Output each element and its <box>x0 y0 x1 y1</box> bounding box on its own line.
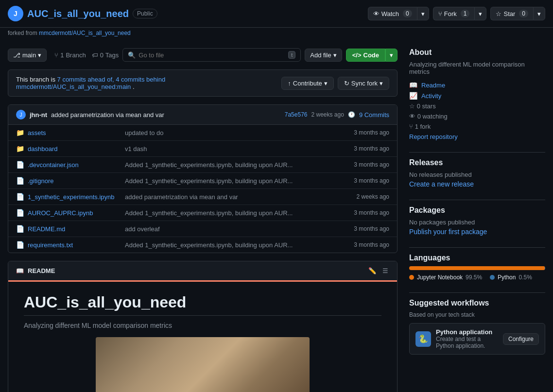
contribute-chevron-icon: ▾ <box>324 80 328 87</box>
commit-hash-link[interactable]: 7a5e576 <box>285 111 308 118</box>
fork-button-group: ⑂ Fork 1 ▾ <box>433 7 487 20</box>
no-packages-text: No packages published <box>409 219 545 226</box>
code-icon: </> <box>352 51 362 59</box>
contribute-button[interactable]: ↑ Contribute ▾ <box>281 77 333 90</box>
about-description: Analyzing different ML model comparison … <box>409 61 545 75</box>
table-row: 📄 AUROC_AUPRC.ipynb Added 1_synthetic_ex… <box>8 205 397 221</box>
visibility-badge: Public <box>133 9 157 18</box>
releases-section: Releases No releases published Create a … <box>409 158 545 188</box>
python-dot <box>490 275 495 280</box>
keyboard-shortcut: t <box>288 51 295 59</box>
create-release-link[interactable]: Create a new release <box>409 180 474 188</box>
fork-source-link[interactable]: mmcdermott/AUC_is_all_you_need <box>39 30 131 36</box>
star-icon: ☆ <box>496 10 501 17</box>
file-name-link[interactable]: assets <box>28 129 125 136</box>
readme-title: 📖 README <box>16 267 55 274</box>
readme-image <box>96 337 310 392</box>
file-name-link[interactable]: AUROC_AUPRC.ipynb <box>28 209 125 217</box>
edit-readme-button[interactable]: ✏️ <box>367 266 378 275</box>
file-icon: 📄 <box>16 225 24 233</box>
workflow-name: Python application <box>436 328 498 336</box>
add-file-chevron-icon: ▾ <box>333 51 337 59</box>
history-icon: 🕐 <box>348 111 355 118</box>
file-date: 3 months ago <box>354 225 389 232</box>
file-name-link[interactable]: .gitignore <box>28 177 125 185</box>
branch-count-icon: ⑂ <box>54 51 58 59</box>
jupyter-bar-segment <box>409 266 545 270</box>
commits-ahead-link[interactable]: 7 commits ahead of, <box>57 76 114 83</box>
readme-description: Analyzing different ML model comparison … <box>24 322 381 329</box>
packages-section: Packages No packages published Publish y… <box>409 206 545 236</box>
star-button[interactable]: ☆ Star 0 <box>490 7 533 20</box>
commits-count-link[interactable]: 9 Commits <box>359 111 389 119</box>
languages-section: Languages Jupyter Notebook 99.5% Python … <box>409 254 545 281</box>
branch-notice: This branch is 7 commits ahead of, 4 com… <box>8 69 397 97</box>
content-area: ⎇ main ▾ ⑂ 1 Branch 🏷 0 Tags 🔍 t <box>8 48 397 392</box>
repo-title-area: J AUC_is_all_you_need Public <box>8 6 157 21</box>
eye-icon: 👁 <box>373 10 380 17</box>
branch-count-item[interactable]: ⑂ 1 Branch <box>54 51 86 59</box>
python-bar-segment <box>545 266 545 270</box>
activity-link[interactable]: 📈 Activity <box>409 92 545 100</box>
file-commit: Added 1_synthetic_experiments.ipynb, bui… <box>125 241 354 249</box>
readme-header: 📖 README ✏️ ☰ <box>8 261 397 282</box>
code-button[interactable]: </> Code <box>346 49 385 62</box>
commit-header: J jhn-nt added parametrization via mean … <box>8 105 397 125</box>
base-ref-link[interactable]: mmcdermott/AUC_is_all_you_need:main <box>16 83 131 90</box>
workflows-subtitle: Based on your tech stack <box>409 311 545 318</box>
search-input[interactable] <box>138 51 285 59</box>
repo-name-link[interactable]: AUC_is_all_you_need <box>27 8 129 19</box>
fork-button[interactable]: ⑂ Fork 1 <box>433 7 475 20</box>
fork-count: 1 <box>461 10 470 17</box>
branch-notice-actions: ↑ Contribute ▾ ↻ Sync fork ▾ <box>281 77 389 90</box>
readme-body: AUC_is_all_you_need Analyzing different … <box>8 282 397 392</box>
jupyter-percent: 99.5% <box>466 274 482 281</box>
table-row: 📁 assets updated to do 3 months ago <box>8 125 397 141</box>
sync-icon: ↻ <box>344 80 349 87</box>
report-repository-link[interactable]: Report repository <box>409 133 545 140</box>
watching-stat: 👁 0 watching <box>409 113 545 120</box>
releases-title: Releases <box>409 158 545 167</box>
readme-actions: ✏️ ☰ <box>367 266 389 275</box>
about-links: 📖 Readme 📈 Activity ☆ 0 stars 👁 0 watchi… <box>409 81 545 140</box>
fork-dropdown-button[interactable]: ▾ <box>474 7 486 20</box>
stars-stat: ☆ 0 stars <box>409 102 545 110</box>
file-name-link[interactable]: .devcontainer.json <box>28 161 125 169</box>
book-icon: 📖 <box>409 81 417 89</box>
code-dropdown-button[interactable]: ▾ <box>385 49 397 62</box>
language-item: Jupyter Notebook 99.5% <box>409 274 482 281</box>
watch-dropdown-button[interactable]: ▾ <box>417 7 429 20</box>
branch-selector[interactable]: ⎇ main ▾ <box>8 49 47 62</box>
avatar: J <box>8 6 23 21</box>
file-commit: add overleaf <box>125 225 354 233</box>
tag-count-item[interactable]: 🏷 0 Tags <box>92 51 119 59</box>
language-list: Jupyter Notebook 99.5% Python 0.5% <box>409 274 545 281</box>
file-commit: Added 1_synthetic_experiments.ipynb, bui… <box>125 209 354 217</box>
table-row: 📄 requirements.txt Added 1_synthetic_exp… <box>8 237 397 253</box>
file-icon: 📄 <box>16 209 24 217</box>
workflow-configure-button[interactable]: Configure <box>503 333 539 345</box>
file-name-link[interactable]: 1_synthetic_experiments.ipynb <box>28 193 125 201</box>
about-title: About <box>409 48 545 57</box>
publish-package-link[interactable]: Publish your first package <box>409 228 487 236</box>
file-name-link[interactable]: dashboard <box>28 145 125 153</box>
raw-readme-button[interactable]: ☰ <box>381 266 389 275</box>
commit-time: 2 weeks ago <box>311 111 344 118</box>
sync-fork-button[interactable]: ↻ Sync fork ▾ <box>338 77 389 90</box>
file-name-link[interactable]: requirements.txt <box>28 241 125 249</box>
file-name-link[interactable]: README.md <box>28 225 125 233</box>
no-releases-text: No releases published <box>409 171 545 178</box>
commit-author: J jhn-nt added parametrization via mean … <box>16 110 164 119</box>
file-commit: updated to do <box>125 129 354 136</box>
star-dropdown-button[interactable]: ▾ <box>533 7 545 20</box>
table-row: 📄 .devcontainer.json Added 1_synthetic_e… <box>8 157 397 173</box>
commits-behind-link[interactable]: 4 commits behind <box>116 76 165 83</box>
readme-link[interactable]: 📖 Readme <box>409 81 545 89</box>
add-file-button[interactable]: Add file ▾ <box>305 49 342 62</box>
commit-message: added parametrization via mean and var <box>51 111 164 119</box>
file-date: 3 months ago <box>354 161 389 168</box>
file-icon: 📄 <box>16 193 24 201</box>
add-file-group: Add file ▾ <box>305 49 342 62</box>
author-link[interactable]: jhn-nt <box>30 111 47 119</box>
watch-button[interactable]: 👁 Watch 0 <box>368 7 417 20</box>
